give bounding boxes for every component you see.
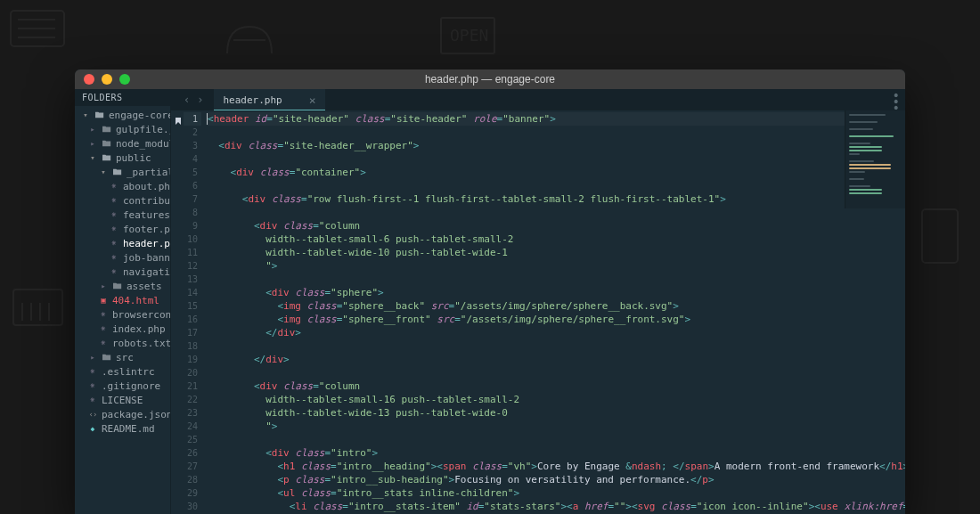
code-line[interactable]: [207, 433, 905, 446]
line-number[interactable]: 27: [184, 460, 201, 473]
code-line[interactable]: <h1 class="intro__heading"><span class="…: [207, 460, 905, 473]
line-number[interactable]: 15: [184, 299, 201, 313]
tree-item-robots-txt[interactable]: robots.txt: [75, 336, 170, 350]
tree-item-engage-core[interactable]: engage-core: [75, 108, 170, 122]
code-line[interactable]: </div>: [207, 326, 905, 339]
line-number[interactable]: 14: [184, 286, 201, 299]
tree-item-404-html[interactable]: ▣404.html: [75, 293, 170, 307]
line-number[interactable]: 11: [184, 246, 201, 259]
code-line[interactable]: <header id="site-header" class="site-hea…: [207, 112, 905, 126]
line-number[interactable]: 2: [184, 126, 201, 139]
code-line[interactable]: <img class="sphere__back" src="/assets/i…: [207, 299, 905, 313]
line-number[interactable]: 8: [184, 206, 201, 219]
tree-item-readme-md[interactable]: README.md: [75, 421, 170, 436]
editor-area[interactable]: 1234567891011121314151617181920212223242…: [171, 110, 905, 514]
line-gutter[interactable]: 1234567891011121314151617181920212223242…: [184, 110, 201, 514]
line-number[interactable]: 1: [184, 112, 201, 126]
close-tab-icon[interactable]: ×: [309, 94, 316, 107]
code-line[interactable]: <div class="column: [207, 379, 905, 393]
code-line[interactable]: <img class="sphere__front" src="/assets/…: [207, 313, 905, 326]
tree-item-index-php[interactable]: index.php: [75, 322, 170, 336]
tree-item--eslintrc[interactable]: .eslintrc: [75, 364, 170, 379]
code-line[interactable]: [207, 273, 905, 286]
code-line[interactable]: <div class="row flush-first--1 flush-fir…: [207, 192, 905, 206]
nav-forward-icon[interactable]: ›: [197, 94, 203, 106]
tree-item-about-php[interactable]: about.php: [75, 179, 170, 193]
line-number[interactable]: 18: [184, 339, 201, 353]
tree-item-package-json[interactable]: package.json: [75, 407, 170, 421]
file-tree[interactable]: engage-core▸gulpfile.js▸node_modulespubl…: [75, 106, 170, 437]
tree-item-browserconfig[interactable]: browserconfig: [75, 307, 170, 322]
overflow-menu-icon[interactable]: •••: [893, 93, 900, 111]
line-number[interactable]: 7: [184, 192, 201, 206]
code-line[interactable]: [207, 206, 905, 219]
line-number[interactable]: 17: [184, 326, 201, 339]
tree-item--partials[interactable]: _partials: [75, 165, 170, 179]
line-number[interactable]: 16: [184, 313, 201, 326]
line-number[interactable]: 12: [184, 259, 201, 273]
code-line[interactable]: <div class="intro">: [207, 446, 905, 460]
code-line[interactable]: [207, 152, 905, 166]
line-number[interactable]: 30: [184, 500, 201, 513]
line-number[interactable]: 23: [184, 406, 201, 420]
line-number[interactable]: 4: [184, 152, 201, 166]
tab-bar[interactable]: ‹ › header.php × •••: [171, 89, 905, 110]
tree-item--gitignore[interactable]: .gitignore: [75, 379, 170, 393]
line-number[interactable]: 3: [184, 139, 201, 152]
code-content[interactable]: <header id="site-header" class="site-hea…: [201, 110, 905, 514]
code-line[interactable]: ">: [207, 420, 905, 433]
line-number[interactable]: 21: [184, 379, 201, 393]
tree-item-navigation[interactable]: navigation: [75, 265, 170, 279]
code-line[interactable]: ">: [207, 259, 905, 273]
line-number[interactable]: 19: [184, 353, 201, 366]
code-line[interactable]: <div class="container">: [207, 166, 905, 179]
tree-item-node-modules[interactable]: ▸node_modules: [75, 136, 170, 151]
code-line[interactable]: [207, 366, 905, 379]
nav-back-icon[interactable]: ‹: [184, 94, 190, 106]
code-line[interactable]: </div>: [207, 353, 905, 366]
titlebar[interactable]: header.php — engage-core: [75, 69, 905, 89]
line-number[interactable]: 6: [184, 179, 201, 192]
code-line[interactable]: [207, 126, 905, 139]
tree-item-gulpfile-js[interactable]: ▸gulpfile.js: [75, 122, 170, 136]
code-line[interactable]: [207, 179, 905, 192]
code-line[interactable]: width--tablet-wide-10 push--tablet-wide-…: [207, 246, 905, 259]
line-number[interactable]: 25: [184, 433, 201, 446]
tree-item-public[interactable]: public: [75, 151, 170, 165]
tree-item-label: LICENSE: [102, 395, 143, 406]
chevron-down-icon: [80, 110, 91, 120]
line-number[interactable]: 5: [184, 166, 201, 179]
tab-header-php[interactable]: header.php ×: [214, 89, 324, 110]
line-number[interactable]: 13: [184, 273, 201, 286]
tree-item-label: 404.html: [112, 295, 159, 306]
line-number[interactable]: 9: [184, 219, 201, 233]
line-number[interactable]: 28: [184, 473, 201, 486]
tree-item-license[interactable]: LICENSE: [75, 393, 170, 407]
tree-item-footer-php[interactable]: footer.php: [75, 222, 170, 236]
tree-item-header-php[interactable]: header.php: [75, 236, 170, 250]
code-line[interactable]: width--tablet-small-16 push--tablet-smal…: [207, 393, 905, 406]
code-line[interactable]: <ul class="intro__stats inline-children"…: [207, 486, 905, 500]
tree-item-job-banne[interactable]: job-banne: [75, 250, 170, 265]
tree-item-contributo[interactable]: contributo: [75, 193, 170, 208]
tree-item-features-ph[interactable]: features.ph: [75, 208, 170, 222]
sidebar[interactable]: FOLDERS engage-core▸gulpfile.js▸node_mod…: [75, 89, 171, 514]
line-number[interactable]: 24: [184, 420, 201, 433]
line-number[interactable]: 10: [184, 233, 201, 246]
minimap[interactable]: [845, 110, 905, 208]
tree-item-src[interactable]: ▸src: [75, 350, 170, 364]
code-line[interactable]: width--tablet-small-6 push--tablet-small…: [207, 233, 905, 246]
tree-item-label: about.php: [123, 181, 171, 192]
code-line[interactable]: <div class="site-header__wrapper">: [207, 139, 905, 152]
line-number[interactable]: 20: [184, 366, 201, 379]
code-line[interactable]: <div class="column: [207, 219, 905, 233]
code-line[interactable]: <li class="intro__stats-item" id="stats-…: [207, 500, 905, 513]
line-number[interactable]: 22: [184, 393, 201, 406]
line-number[interactable]: 29: [184, 486, 201, 500]
line-number[interactable]: 26: [184, 446, 201, 460]
code-line[interactable]: width--tablet-wide-13 push--tablet-wide-…: [207, 406, 905, 420]
code-line[interactable]: <p class="intro__sub-heading">Focusing o…: [207, 473, 905, 486]
tree-item-assets[interactable]: ▸assets: [75, 279, 170, 293]
code-line[interactable]: <div class="sphere">: [207, 286, 905, 299]
code-line[interactable]: [207, 339, 905, 353]
